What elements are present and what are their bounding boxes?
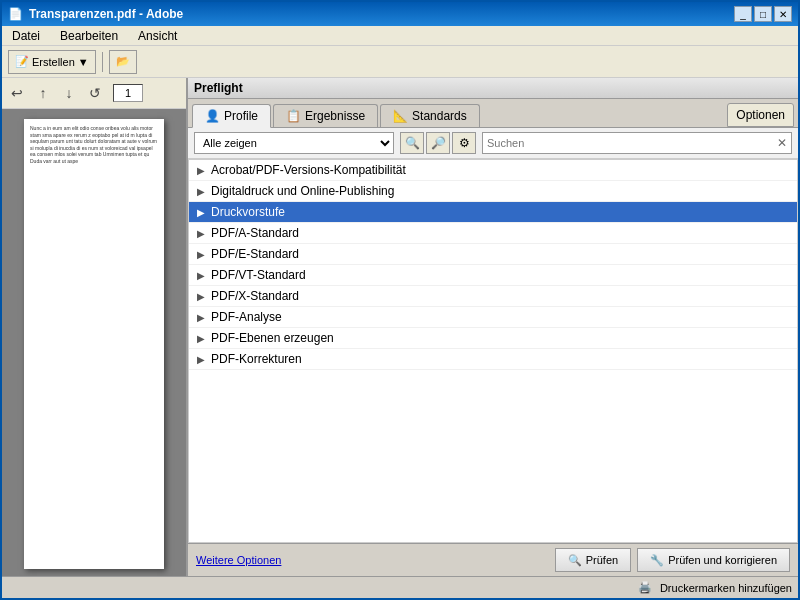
list-item-arrow-icon: ▶ xyxy=(197,207,205,218)
check-button[interactable]: 🔍 Prüfen xyxy=(555,548,631,572)
content-area: ↩ ↑ ↓ ↺ Nunc a in eum am elit odio conse… xyxy=(2,78,798,576)
list-item[interactable]: ▶PDF-Analyse xyxy=(189,307,797,328)
check-fix-icon: 🔧 xyxy=(650,554,664,567)
ergebnisse-tab-icon: 📋 xyxy=(286,109,301,123)
list-item[interactable]: ▶PDF-Korrekturen xyxy=(189,349,797,370)
create-label: Erstellen xyxy=(32,56,75,68)
list-item-arrow-icon: ▶ xyxy=(197,228,205,239)
sidebar-toolbar: ↩ ↑ ↓ ↺ xyxy=(2,78,186,109)
nav-up-button[interactable]: ↑ xyxy=(31,81,55,105)
list-item-label: PDF/E-Standard xyxy=(211,247,299,261)
list-item-arrow-icon: ▶ xyxy=(197,270,205,281)
list-item-arrow-icon: ▶ xyxy=(197,333,205,344)
doc-text-content: Nunc a in eum am elit odio conse oribea … xyxy=(30,125,157,164)
options-button[interactable]: Optionen xyxy=(727,103,794,127)
preflight-panel: Preflight 👤 Profile 📋 Ergebnisse 📐 Stand… xyxy=(187,78,798,576)
title-bar-content: 📄 Transparenzen.pdf - Adobe xyxy=(8,7,183,21)
list-item[interactable]: ▶PDF/X-Standard xyxy=(189,286,797,307)
list-item-arrow-icon: ▶ xyxy=(197,165,205,176)
list-item[interactable]: ▶Digitaldruck und Online-Publishing xyxy=(189,181,797,202)
list-item-arrow-icon: ▶ xyxy=(197,312,205,323)
standards-tab-icon: 📐 xyxy=(393,109,408,123)
menu-datei[interactable]: Datei xyxy=(8,29,44,43)
list-item-label: PDF/X-Standard xyxy=(211,289,299,303)
nav-reset-button[interactable]: ↺ xyxy=(83,81,107,105)
status-text: Druckermarken hinzufügen xyxy=(660,582,792,594)
list-item[interactable]: ▶PDF/A-Standard xyxy=(189,223,797,244)
left-sidebar: ↩ ↑ ↓ ↺ Nunc a in eum am elit odio conse… xyxy=(2,78,187,576)
create-button[interactable]: 📝 Erstellen ▼ xyxy=(8,50,96,74)
tabs-bar: 👤 Profile 📋 Ergebnisse 📐 Standards Optio… xyxy=(188,99,798,128)
close-button[interactable]: ✕ xyxy=(774,6,792,22)
nav-down-button[interactable]: ↓ xyxy=(57,81,81,105)
filter-config-icon-btn[interactable]: ⚙ xyxy=(452,132,476,154)
main-toolbar: 📝 Erstellen ▼ 📂 xyxy=(2,46,798,78)
create-icon: 📝 xyxy=(15,55,29,68)
page-number-input[interactable] xyxy=(113,84,143,102)
window-title: Transparenzen.pdf - Adobe xyxy=(29,7,183,21)
tab-standards[interactable]: 📐 Standards xyxy=(380,104,480,127)
window-icon: 📄 xyxy=(8,7,23,21)
profile-tab-label: Profile xyxy=(224,109,258,123)
list-item[interactable]: ▶PDF/VT-Standard xyxy=(189,265,797,286)
list-item-label: PDF-Analyse xyxy=(211,310,282,324)
list-item-label: Digitaldruck und Online-Publishing xyxy=(211,184,394,198)
search-box: ✕ xyxy=(482,132,792,154)
status-bar: 🖨️ Druckermarken hinzufügen xyxy=(2,576,798,598)
list-item-label: PDF/A-Standard xyxy=(211,226,299,240)
list-item[interactable]: ▶Druckvorstufe xyxy=(189,202,797,223)
list-item-label: PDF-Korrekturen xyxy=(211,352,302,366)
further-options-button[interactable]: Weitere Optionen xyxy=(196,554,281,566)
list-item-arrow-icon: ▶ xyxy=(197,354,205,365)
filter-search-icon-btn[interactable]: 🔍 xyxy=(400,132,424,154)
status-right: 🖨️ Druckermarken hinzufügen xyxy=(638,581,792,594)
open-button[interactable]: 📂 xyxy=(109,50,137,74)
page-thumbnail: Nunc a in eum am elit odio conse oribea … xyxy=(24,119,164,569)
minimize-button[interactable]: _ xyxy=(734,6,752,22)
list-item[interactable]: ▶PDF-Ebenen erzeugen xyxy=(189,328,797,349)
filter-zoom-icon-btn[interactable]: 🔎 xyxy=(426,132,450,154)
preflight-dialog-title: Preflight xyxy=(194,81,243,95)
bottom-bar: Weitere Optionen 🔍 Prüfen 🔧 Prüfen und k… xyxy=(188,543,798,576)
list-item-label: PDF-Ebenen erzeugen xyxy=(211,331,334,345)
list-item[interactable]: ▶PDF/E-Standard xyxy=(189,244,797,265)
list-item-arrow-icon: ▶ xyxy=(197,249,205,260)
open-icon: 📂 xyxy=(116,55,130,68)
profile-tab-icon: 👤 xyxy=(205,109,220,123)
filter-row: Alle zeigen 🔍 🔎 ⚙ ✕ xyxy=(188,128,798,159)
search-input[interactable] xyxy=(487,137,777,149)
menu-bar: Datei Bearbeiten Ansicht xyxy=(2,26,798,46)
main-window: 📄 Transparenzen.pdf - Adobe _ □ ✕ Datei … xyxy=(0,0,800,600)
list-item-label: PDF/VT-Standard xyxy=(211,268,306,282)
status-icon: 🖨️ xyxy=(638,581,652,594)
filter-icons: 🔍 🔎 ⚙ xyxy=(400,132,476,154)
filter-select[interactable]: Alle zeigen xyxy=(194,132,394,154)
list-item-label: Acrobat/PDF-Versions-Kompatibilität xyxy=(211,163,406,177)
list-item-arrow-icon: ▶ xyxy=(197,291,205,302)
title-bar-buttons: _ □ ✕ xyxy=(734,6,792,22)
title-bar: 📄 Transparenzen.pdf - Adobe _ □ ✕ xyxy=(2,2,798,26)
menu-bearbeiten[interactable]: Bearbeiten xyxy=(56,29,122,43)
nav-back-button[interactable]: ↩ xyxy=(5,81,29,105)
standards-tab-label: Standards xyxy=(412,109,467,123)
menu-ansicht[interactable]: Ansicht xyxy=(134,29,181,43)
profile-list: ▶Acrobat/PDF-Versions-Kompatibilität▶Dig… xyxy=(188,159,798,543)
preflight-titlebar: Preflight xyxy=(188,78,798,99)
list-item-arrow-icon: ▶ xyxy=(197,186,205,197)
list-item[interactable]: ▶Acrobat/PDF-Versions-Kompatibilität xyxy=(189,160,797,181)
list-item-label: Druckvorstufe xyxy=(211,205,285,219)
tab-profile[interactable]: 👤 Profile xyxy=(192,104,271,128)
check-fix-button[interactable]: 🔧 Prüfen und korrigieren xyxy=(637,548,790,572)
tab-ergebnisse[interactable]: 📋 Ergebnisse xyxy=(273,104,378,127)
toolbar-separator xyxy=(102,52,103,72)
create-arrow-icon: ▼ xyxy=(78,56,89,68)
check-fix-label: Prüfen und korrigieren xyxy=(668,554,777,566)
check-label: Prüfen xyxy=(586,554,618,566)
page-number-box xyxy=(109,81,147,105)
check-icon: 🔍 xyxy=(568,554,582,567)
document-preview: Nunc a in eum am elit odio conse oribea … xyxy=(2,109,186,576)
bottom-buttons: 🔍 Prüfen 🔧 Prüfen und korrigieren xyxy=(555,548,790,572)
maximize-button[interactable]: □ xyxy=(754,6,772,22)
search-clear-button[interactable]: ✕ xyxy=(777,136,787,150)
ergebnisse-tab-label: Ergebnisse xyxy=(305,109,365,123)
